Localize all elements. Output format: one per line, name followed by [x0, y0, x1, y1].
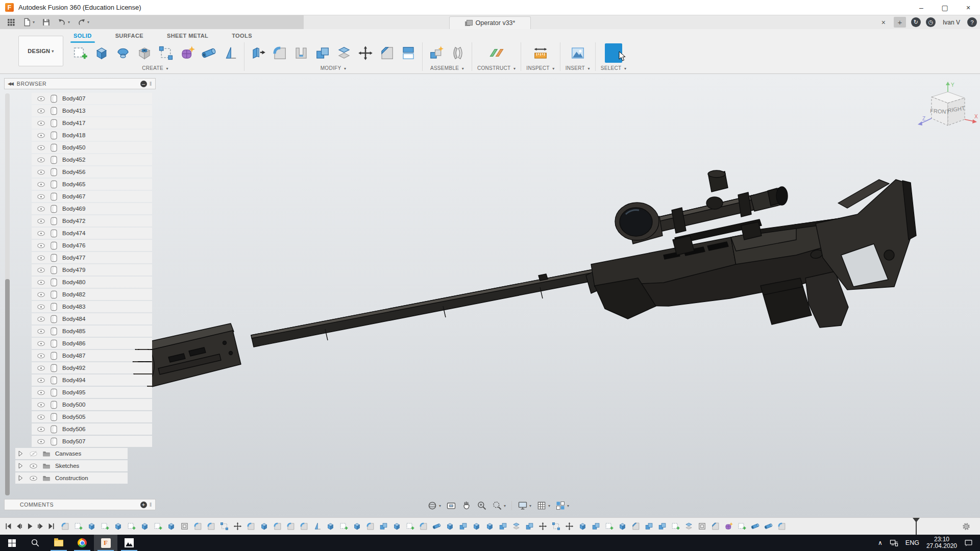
taskbar-fusion-button[interactable]: F — [94, 535, 117, 551]
timeline-feature-move-icon[interactable] — [233, 522, 242, 531]
action-center-icon[interactable] — [964, 539, 973, 547]
visibility-eye-icon[interactable] — [37, 120, 45, 127]
tab-surface[interactable]: SURFACE — [112, 31, 146, 42]
visibility-eye-icon[interactable] — [37, 438, 45, 445]
save-button[interactable] — [39, 17, 53, 28]
visibility-eye-icon[interactable] — [37, 316, 45, 322]
ribbon-group-label[interactable]: CREATE ▾ — [142, 65, 168, 71]
folder-row[interactable]: Canvases — [4, 447, 156, 460]
timeline-feature-extrude-icon[interactable] — [326, 522, 335, 531]
timeline-feature-fillet-icon[interactable] — [247, 522, 255, 531]
extrude-button[interactable] — [93, 43, 110, 63]
expand-arrow-icon[interactable] — [17, 450, 23, 457]
shell-button[interactable] — [292, 43, 310, 63]
body-row[interactable]: Body452 — [4, 154, 156, 166]
ribbon-group-label[interactable]: ASSEMBLE ▾ — [430, 65, 464, 71]
revolve-button[interactable] — [114, 43, 132, 63]
timeline-feature-draft-icon[interactable] — [313, 522, 322, 531]
timeline-feature-pipe-icon[interactable] — [764, 522, 773, 531]
grid-display-button[interactable]: ▾ — [534, 499, 552, 512]
redo-button[interactable]: ▾ — [75, 17, 92, 28]
body-row[interactable]: Body487 — [4, 349, 156, 362]
timeline-feature-fillet-icon[interactable] — [273, 522, 282, 531]
visibility-eye-icon[interactable] — [29, 450, 38, 457]
timeline-feature-extrude-icon[interactable] — [393, 522, 401, 531]
timeline-feature-move-icon[interactable] — [538, 522, 547, 531]
taskbar-photos-button[interactable] — [117, 535, 141, 551]
visibility-eye-icon[interactable] — [29, 463, 38, 469]
tab-solid[interactable]: SOLID — [70, 31, 95, 42]
body-row[interactable]: Body450 — [4, 141, 156, 154]
visibility-eye-icon[interactable] — [37, 426, 45, 433]
timeline-feature-combine-icon[interactable] — [459, 522, 468, 531]
timeline-feature-combine-icon[interactable] — [592, 522, 600, 531]
timeline-position-marker[interactable] — [913, 518, 920, 535]
combine-button[interactable] — [314, 43, 331, 63]
timeline-feature-chamfer-icon[interactable] — [711, 522, 720, 531]
ribbon-group-label[interactable]: INSPECT ▾ — [526, 65, 554, 71]
play-button[interactable] — [26, 522, 34, 531]
file-new-button[interactable]: ▾ — [20, 17, 37, 28]
close-button[interactable]: × — [957, 0, 980, 15]
minimize-panel-icon[interactable]: – — [140, 81, 147, 87]
press-pull-button[interactable] — [250, 43, 267, 63]
split-body-button[interactable] — [335, 43, 353, 63]
visibility-eye-icon[interactable] — [37, 218, 45, 224]
body-row[interactable]: Body492 — [4, 362, 156, 374]
taskbar-chrome-button[interactable] — [70, 535, 94, 551]
new-document-button[interactable]: + — [894, 17, 906, 28]
visibility-eye-icon[interactable] — [37, 242, 45, 249]
body-row[interactable]: Body477 — [4, 252, 156, 264]
measure-button[interactable] — [532, 43, 549, 63]
visibility-eye-icon[interactable] — [37, 279, 45, 286]
clock[interactable]: 23:10 27.04.2020 — [926, 536, 957, 549]
body-row[interactable]: Body485 — [4, 325, 156, 337]
visibility-eye-icon[interactable] — [37, 291, 45, 298]
visibility-eye-icon[interactable] — [37, 389, 45, 396]
maximize-button[interactable]: ▢ — [933, 0, 957, 15]
browser-header[interactable]: ◀◀ BROWSER – ‖ — [4, 78, 156, 89]
timeline-feature-extrude-icon[interactable] — [87, 522, 96, 531]
timeline-feature-split-icon[interactable] — [684, 522, 693, 531]
visibility-eye-icon[interactable] — [37, 181, 45, 188]
body-row[interactable]: Body495 — [4, 386, 156, 398]
construction-plane-button[interactable] — [488, 43, 505, 63]
ribbon-group-label[interactable]: INSERT ▾ — [566, 65, 590, 71]
insert-image-button[interactable] — [569, 43, 586, 63]
rect-pattern-button[interactable] — [157, 43, 175, 63]
body-row[interactable]: Body472 — [4, 215, 156, 227]
undo-button[interactable]: ▾ — [55, 17, 72, 28]
tab-tools[interactable]: TOOLS — [229, 31, 255, 42]
timeline-feature-sketch-icon[interactable] — [154, 522, 162, 531]
visibility-eye-icon[interactable] — [37, 402, 45, 408]
job-status-icon[interactable]: ◷ — [926, 17, 936, 27]
create-sketch-button[interactable] — [71, 43, 89, 63]
body-row[interactable]: Body494 — [4, 374, 156, 386]
timeline-feature-pattern-icon[interactable] — [220, 522, 229, 531]
timeline-feature-sketch-icon[interactable] — [406, 522, 414, 531]
visibility-eye-icon[interactable] — [37, 267, 45, 273]
body-row[interactable]: Body482 — [4, 288, 156, 300]
timeline-feature-split-icon[interactable] — [512, 522, 521, 531]
body-row[interactable]: Body479 — [4, 264, 156, 276]
visibility-eye-icon[interactable] — [37, 304, 45, 310]
expand-arrow-icon[interactable] — [17, 474, 23, 482]
timeline-feature-fillet-icon[interactable] — [193, 522, 202, 531]
network-icon[interactable] — [890, 539, 898, 547]
timeline-feature-extrude-icon[interactable] — [167, 522, 176, 531]
workspace-switcher[interactable]: DESIGN▾ — [18, 36, 63, 66]
close-document-icon[interactable]: × — [878, 18, 889, 27]
ribbon-group-label[interactable]: CONSTRUCT ▾ — [477, 65, 516, 71]
timeline-feature-fillet-icon[interactable] — [207, 522, 215, 531]
tray-expand-icon[interactable]: ∧ — [878, 539, 883, 546]
body-row[interactable]: Body500 — [4, 398, 156, 411]
timeline-feature-sketch-icon[interactable] — [738, 522, 746, 531]
move-copy-button[interactable] — [357, 43, 374, 63]
skip-end-button[interactable] — [47, 522, 56, 531]
chamfer-button[interactable] — [378, 43, 396, 63]
body-row[interactable]: Body407 — [4, 92, 156, 105]
joint-button[interactable] — [449, 43, 467, 63]
user-name[interactable]: Ivan V — [943, 19, 960, 26]
visibility-eye-icon[interactable] — [37, 377, 45, 384]
body-row[interactable]: Body506 — [4, 423, 156, 435]
